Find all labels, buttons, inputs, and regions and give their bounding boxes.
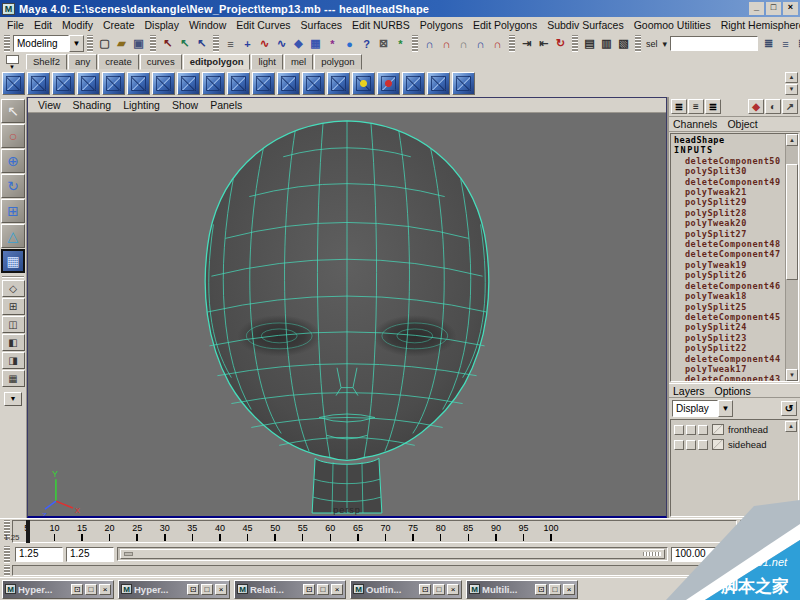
manip-sphere-icon[interactable]: ◐ <box>765 99 781 114</box>
maximize-button[interactable]: □ <box>85 584 97 595</box>
minimized-window[interactable]: M Multili... ⊡ □ × <box>466 580 578 599</box>
timeline-tick[interactable]: 10 <box>41 521 69 542</box>
poly-shelf-tool-17[interactable] <box>402 72 425 95</box>
menu-item[interactable]: Create <box>98 18 140 32</box>
snap-point-magnet-icon[interactable]: ∩ <box>455 35 472 52</box>
move-tool[interactable]: ⊕ <box>1 149 25 173</box>
maximize-button[interactable]: □ <box>201 584 213 595</box>
input-node-item[interactable]: deleteComponent49 <box>671 177 785 187</box>
minimized-window[interactable]: M Hyper... ⊡ □ × <box>2 580 114 599</box>
layer-row[interactable]: sidehead <box>672 437 797 452</box>
select-tool[interactable]: ↖ <box>1 99 25 123</box>
layer-name[interactable]: fronthead <box>726 424 768 435</box>
input-node-item[interactable]: deleteComponent44 <box>671 354 785 364</box>
layout-two-pane[interactable]: ◫ <box>2 316 25 333</box>
new-scene-icon[interactable]: ▢ <box>96 35 113 52</box>
channel-box-menu-item[interactable]: Object <box>727 118 757 130</box>
poly-shelf-tool-15[interactable] <box>352 72 375 95</box>
poly-shelf-tool-5[interactable] <box>102 72 125 95</box>
panel-menu-item[interactable]: Show <box>166 99 204 111</box>
close-button[interactable]: × <box>331 584 343 595</box>
collapse-section-icon[interactable]: ≡ <box>222 35 239 52</box>
timeline-tick[interactable]: 65 <box>344 521 372 542</box>
snap-grid-magnet-icon[interactable]: ∩ <box>421 35 438 52</box>
current-tool[interactable]: ▦ <box>1 249 25 273</box>
show-attr-editor-icon[interactable]: ≣ <box>760 35 777 52</box>
layout-four-pane[interactable]: ⊞ <box>2 298 25 315</box>
menu-item[interactable]: Edit NURBS <box>347 18 415 32</box>
timeline-tick[interactable]: 55 <box>289 521 317 542</box>
playback-start-field[interactable]: 1.25 <box>66 547 114 562</box>
poly-shelf-tool-3[interactable] <box>52 72 75 95</box>
layer-color-swatch[interactable] <box>712 424 724 435</box>
shelf-tab[interactable]: polygon <box>314 54 361 70</box>
timeline-tick[interactable]: 45 <box>234 521 262 542</box>
menu-item[interactable]: File <box>2 18 29 32</box>
quick-select-input[interactable] <box>670 36 758 51</box>
timeline-tick[interactable]: 100 <box>537 521 565 542</box>
input-node-item[interactable]: polyTweak20 <box>671 218 785 228</box>
layout-persp-outliner[interactable]: ◧ <box>2 334 25 351</box>
chevron-down-icon[interactable]: ▼ <box>69 35 84 52</box>
soft-mod-tool[interactable]: △ <box>1 224 25 248</box>
show-channel-box-icon[interactable]: ≣ <box>794 35 800 52</box>
restore-button[interactable]: ⊡ <box>187 584 199 595</box>
timeline-tick[interactable]: 95 <box>510 521 538 542</box>
construction-history-icon[interactable]: ↻ <box>552 35 569 52</box>
close-button[interactable]: × <box>783 2 798 15</box>
close-button[interactable]: × <box>215 584 227 595</box>
timeline-tick[interactable]: 15 <box>68 521 96 542</box>
channel-layout-3-icon[interactable]: ≣ <box>705 99 721 114</box>
current-time-marker[interactable] <box>26 520 30 543</box>
input-node-item[interactable]: polyTweak17 <box>671 364 785 374</box>
select-object-icon[interactable]: ↖ <box>176 35 193 52</box>
render-globals-icon[interactable]: ▧ <box>615 35 632 52</box>
timeline-tick[interactable]: 90 <box>482 521 510 542</box>
drag-handle[interactable] <box>4 546 10 563</box>
menu-item[interactable]: Window <box>184 18 231 32</box>
input-node-item[interactable]: deleteComponent46 <box>671 281 785 291</box>
poly-shelf-tool-7[interactable] <box>152 72 175 95</box>
drag-handle[interactable] <box>572 35 578 53</box>
restore-button[interactable]: ⊡ <box>535 584 547 595</box>
curve-blue-icon[interactable]: ∿ <box>273 35 290 52</box>
menu-item[interactable]: Edit Polygons <box>468 18 542 32</box>
drag-handle[interactable] <box>150 35 156 53</box>
snap-curve-magnet-icon[interactable]: ∩ <box>438 35 455 52</box>
menu-item[interactable]: Subdiv Surfaces <box>542 18 628 32</box>
poly-shelf-tool-13[interactable] <box>302 72 325 95</box>
poly-shelf-tool-1[interactable] <box>2 72 25 95</box>
select-hierarchy-icon[interactable]: ↖ <box>159 35 176 52</box>
drag-handle[interactable] <box>635 35 641 53</box>
ipr-render-icon[interactable]: ▥ <box>598 35 615 52</box>
maximize-button[interactable]: □ <box>433 584 445 595</box>
drag-handle[interactable] <box>4 565 10 576</box>
shelf-tab[interactable]: light <box>251 54 282 70</box>
input-node-item[interactable]: polySplit26 <box>671 270 785 280</box>
command-line-input[interactable] <box>12 565 702 576</box>
timeline-tick[interactable]: 80 <box>427 521 455 542</box>
open-scene-icon[interactable]: ▰ <box>113 35 130 52</box>
poly-shelf-tool-19[interactable] <box>452 72 475 95</box>
save-scene-icon[interactable]: ▣ <box>130 35 147 52</box>
drag-handle[interactable] <box>87 35 93 53</box>
tree-green-icon[interactable]: * <box>392 35 409 52</box>
shelf-tab[interactable]: editpolygon <box>183 54 251 70</box>
menu-set-selector[interactable]: Modeling ▼ <box>13 35 84 52</box>
panel-menu-item[interactable]: Panels <box>204 99 248 111</box>
timeline-ticks[interactable]: 5 10 15 20 25 <box>12 520 737 543</box>
input-node-item[interactable]: polySplit28 <box>671 208 785 218</box>
channel-layout-1-icon[interactable]: ≣ <box>671 99 687 114</box>
drag-handle[interactable] <box>213 35 219 53</box>
input-node-item[interactable]: polySplit24 <box>671 322 785 332</box>
range-slider-track[interactable] <box>117 547 668 561</box>
timeline-tick[interactable]: 85 <box>455 521 483 542</box>
viewport-canvas[interactable]: Y X Z persp <box>28 113 666 516</box>
minimized-window[interactable]: M Relati... ⊡ □ × <box>234 580 346 599</box>
poly-shelf-tool-6[interactable] <box>127 72 150 95</box>
input-node-item[interactable]: polyTweak19 <box>671 260 785 270</box>
shelf-tab[interactable]: Shelf2 <box>26 54 67 70</box>
poly-shelf-tool-2[interactable] <box>27 72 50 95</box>
input-node-item[interactable]: polySplit25 <box>671 302 785 312</box>
shape-node-name[interactable]: headShape <box>671 135 785 145</box>
